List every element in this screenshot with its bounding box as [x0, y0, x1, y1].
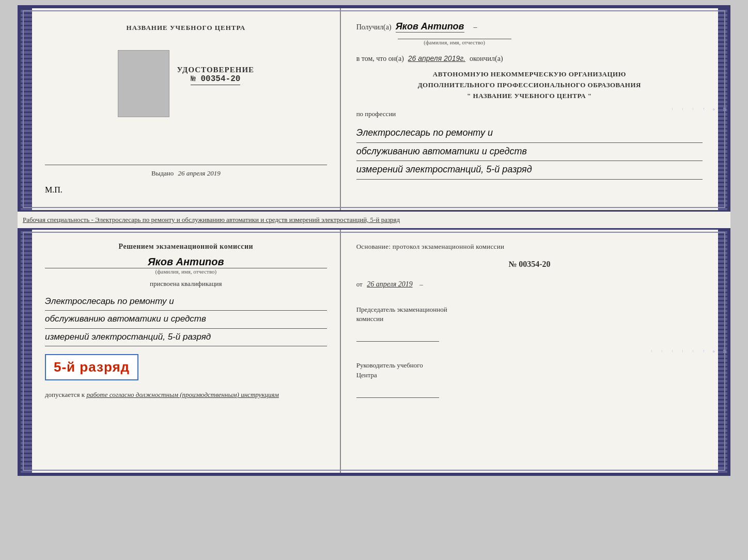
ano-line3: " НАЗВАНИЕ УЧЕБНОГО ЦЕНТРА ": [356, 91, 703, 102]
rukovoditel-block: Руководитель учебного Центра: [356, 361, 703, 400]
qual-line3: измерений электростанций, 5-й разряд: [45, 329, 327, 346]
razryad-big: 5-й разряд: [54, 359, 130, 375]
prof-line2: обслуживанию автоматики и средств: [356, 143, 703, 161]
diploma-bottom-left: Решением экзаменационной комиссии Яков А…: [32, 230, 341, 473]
ano-block: АВТОНОМНУЮ НЕКОММЕРЧЕСКУЮ ОРГАНИЗАЦИЮ ДО…: [356, 69, 703, 101]
professiya-block: Электрослесарь по ремонту и обслуживанию…: [356, 124, 703, 179]
udostoverenie-number: № 00354-20: [191, 74, 240, 85]
left-spine-bottom: [21, 230, 32, 473]
protocol-number: № 00354-20: [356, 260, 703, 269]
mp-label: М.П.: [45, 185, 63, 195]
poluchil-line: Получил(а) Яков Антипов –: [356, 21, 703, 33]
po-professii-label: по профессии: [356, 110, 703, 118]
vydano-block: Выдано 26 апреля 2019: [151, 169, 221, 178]
udostoverenie-title: УДОСТОВЕРЕНИЕ: [177, 66, 255, 74]
poluchil-label: Получил(а): [356, 23, 392, 31]
fio-bottom-block: Яков Антипов (фамилия, имя, отчество): [45, 256, 327, 275]
center-title-top: НАЗВАНИЕ УЧЕБНОГО ЦЕНТРА: [127, 24, 246, 32]
predsedatel-text-line1: Председатель экзаменационной: [356, 305, 703, 314]
fio-sub-label-top: (фамилия, имя, отчество): [398, 39, 511, 45]
diploma-top: НАЗВАНИЕ УЧЕБНОГО ЦЕНТРА УДОСТОВЕРЕНИЕ №…: [18, 5, 730, 212]
ot-date-block: от 26 апреля 2019 –: [356, 280, 703, 289]
right-strip-top: И а ← – – –: [718, 8, 727, 210]
fio-handwritten-top: Яков Антипов: [396, 21, 464, 33]
vtom-date: 26 апреля 2019г.: [408, 54, 465, 62]
fio-handwritten-bottom: Яков Антипов: [45, 256, 327, 268]
okonchil-label: окончил(а): [470, 55, 503, 63]
qualification-block: Электрослесарь по ремонту и обслуживанию…: [45, 293, 327, 346]
vydano-label: Выдано: [151, 169, 174, 177]
vydano-date: 26 апреля 2019: [178, 169, 220, 177]
predsedatel-block: Председатель экзаменационной комиссии: [356, 305, 703, 344]
udostoverenie-block: УДОСТОВЕРЕНИЕ № 00354-20: [177, 66, 255, 85]
diploma-bottom: Решением экзаменационной комиссии Яков А…: [18, 228, 730, 476]
resheniem-text: Решением экзаменационной комиссии: [45, 243, 327, 251]
razryad-box: 5-й разряд: [45, 354, 138, 380]
predsedatel-text-line2: комиссии: [356, 314, 703, 324]
dopuskaetsya-label: допускается к: [45, 391, 85, 398]
dopuskaetsya-value: работе согласно должностным (производств…: [86, 391, 278, 398]
qual-line1: Электрослесарь по ремонту и: [45, 293, 327, 311]
fio-sub-label-bottom: (фамилия, имя, отчество): [45, 268, 327, 275]
dopuskaetsya-block: допускается к работе согласно должностны…: [45, 391, 327, 399]
rukovoditel-signature-line: [356, 382, 439, 398]
right-strip-bottom: И а ← – – – – –: [718, 230, 727, 473]
document-container: НАЗВАНИЕ УЧЕБНОГО ЦЕНТРА УДОСТОВЕРЕНИЕ №…: [18, 5, 730, 476]
vtom-label: в том, что он(а): [356, 55, 404, 63]
qual-line2: обслуживанию автоматики и средств: [45, 311, 327, 328]
separator-line-left: [45, 165, 327, 165]
predsedatel-signature-line: [356, 326, 439, 342]
diploma-top-left: НАЗВАНИЕ УЧЕБНОГО ЦЕНТРА УДОСТОВЕРЕНИЕ №…: [32, 8, 341, 210]
vtom-line: в том, что он(а) 26 апреля 2019г. окончи…: [356, 54, 703, 63]
ano-line2: ДОПОЛНИТЕЛЬНОГО ПРОФЕССИОНАЛЬНОГО ОБРАЗО…: [356, 80, 703, 91]
prof-line1: Электрослесарь по ремонту и: [356, 124, 703, 142]
ot-label: от: [356, 280, 363, 288]
left-spine: [21, 8, 32, 210]
photo-placeholder: [118, 50, 169, 117]
ot-date-value: 26 апреля 2019: [367, 280, 412, 288]
ano-line1: АВТОНОМНУЮ НЕКОММЕРЧЕСКУЮ ОРГАНИЗАЦИЮ: [356, 69, 703, 80]
description-text: Рабочая специальность - Электрослесарь п…: [18, 212, 730, 228]
prof-line3: измерений электростанций, 5-й разряд: [356, 161, 703, 179]
rukovoditel-text-line2: Центра: [356, 371, 703, 380]
rukovoditel-text-line1: Руководитель учебного: [356, 361, 703, 370]
osnovanie-text: Основание: протокол экзаменационной коми…: [356, 243, 703, 251]
diploma-top-right: Получил(а) Яков Антипов – (фамилия, имя,…: [341, 8, 718, 210]
left-inner-block: УДОСТОВЕРЕНИЕ № 00354-20: [118, 45, 255, 122]
prisvoena-text: присвоена квалификация: [45, 280, 327, 288]
